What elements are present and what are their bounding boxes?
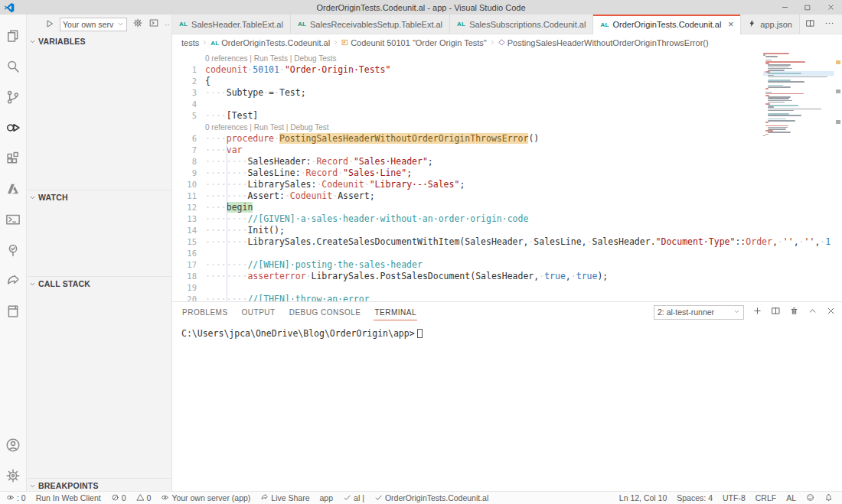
trash-icon[interactable] [789, 305, 799, 319]
line-number: 20 [172, 294, 197, 301]
debug-sidebar: Your own serv ·· VARIABLESWATCHCALL STAC… [27, 15, 172, 491]
split-icon[interactable] [771, 305, 781, 319]
debug-config-dropdown[interactable]: Your own serv [60, 18, 127, 31]
section-header[interactable]: WATCH [27, 190, 171, 204]
encoding[interactable]: UTF-8 [723, 493, 746, 502]
line-number: 11 [172, 190, 197, 202]
code-line-16: 16 [172, 248, 842, 259]
indent-guide [227, 145, 227, 301]
overview-ruler [835, 51, 842, 301]
warnings-count[interactable]: 0 [136, 493, 152, 503]
minimize-button[interactable] [773, 0, 796, 15]
panel-tab-terminal[interactable]: TERMINAL [374, 304, 417, 320]
breadcrumb-item[interactable]: Codeunit 50101 "Order Origin Tests" [341, 38, 487, 47]
vscode-window: OrderOriginTests.Codeunit.al - app - Vis… [0, 0, 842, 504]
run-debug-icon[interactable] [0, 112, 27, 143]
code-lens[interactable]: 0 references | Run Test | Debug Test [172, 122, 842, 133]
tab-salesheader-tableext-al[interactable]: ALSalesHeader.TableExt.al [172, 15, 291, 34]
live-share[interactable]: Live Share [260, 493, 309, 503]
minimap[interactable] [763, 53, 834, 143]
panel-tab-output[interactable]: OUTPUT [241, 304, 276, 320]
editor-tab-bar: ALSalesHeader.TableExt.alALSalesReceivab… [172, 15, 842, 34]
code-line-15: 15········LibrarySales.CreateSalesDocume… [172, 236, 842, 248]
run-in-web-client[interactable]: Run In Web Client [36, 493, 101, 502]
debug-toolbar: Your own serv ·· [27, 15, 171, 34]
breadcrumb-item[interactable]: PostingSalesHeaderWithoutOrderOriginThro… [498, 38, 709, 47]
tab-orderorigintests-codeunit-al[interactable]: ALOrderOriginTests.Codeunit.al× [593, 15, 741, 34]
check-icon [343, 493, 351, 503]
code-line-17: 17········//[WHEN]·posting·the·sales·hea… [172, 259, 842, 271]
plus-icon[interactable] [752, 305, 762, 319]
tab-salesreceivablessetup-tableext-al[interactable]: ALSalesReceivablesSetup.TableExt.al [291, 15, 450, 34]
code-editor[interactable]: 0 references | Run Tests | Debug Tests1c… [172, 51, 842, 301]
eol[interactable]: CRLF [756, 493, 776, 502]
notifications[interactable] [824, 493, 833, 503]
indentation[interactable]: Spaces: 4 [677, 493, 713, 502]
line-number: 6 [172, 133, 197, 145]
errors-count[interactable]: 0 [111, 493, 126, 503]
close-tab-icon[interactable]: × [728, 19, 733, 30]
breadcrumb-item[interactable]: tests [181, 38, 199, 47]
window-controls [773, 0, 842, 15]
settings-icon[interactable] [0, 460, 27, 491]
extensions-icon[interactable] [0, 143, 27, 174]
al-file-icon: AL [600, 21, 609, 28]
maximize-button[interactable] [796, 0, 819, 15]
line-number: 17 [172, 259, 197, 271]
line-number: 14 [172, 225, 197, 236]
live-share-icon[interactable] [0, 265, 27, 296]
code-line-3: 3····Subtype·=·Test; [172, 87, 842, 99]
search-icon[interactable] [0, 51, 27, 82]
circle-slash-icon [111, 493, 119, 503]
code-line-2: 2{ [172, 76, 842, 87]
tab-salessubscriptions-codeunit-al[interactable]: ALSalesSubscriptions.Codeunit.al [450, 15, 593, 34]
panel-tab-debug-console[interactable]: DEBUG CONSOLE [289, 304, 362, 320]
breadcrumb-item[interactable]: ALOrderOriginTests.Codeunit.al [210, 38, 330, 47]
gear-icon[interactable] [132, 18, 143, 31]
panel-tab-problems[interactable]: PROBLEMS [181, 304, 229, 320]
code-line-1: 1codeunit·50101·"Order·Origin·Tests" [172, 64, 842, 76]
close-button[interactable] [819, 0, 842, 15]
editor-more-actions-icon[interactable] [824, 18, 834, 31]
section-header[interactable]: VARIABLES [27, 34, 171, 48]
section-header[interactable]: CALL STACK [27, 277, 171, 291]
cursor-position[interactable]: Ln 12, Col 10 [619, 493, 667, 502]
line-number: 8 [172, 156, 197, 167]
chevron-down-icon [733, 307, 740, 317]
powershell-icon[interactable] [0, 204, 27, 235]
azure-icon[interactable] [0, 174, 27, 204]
language-mode[interactable]: AL [786, 493, 796, 502]
code-line-5: 5····[Test] [172, 110, 842, 122]
check-icon [374, 493, 383, 503]
active-file-status[interactable]: OrderOriginTests.Codeunit.al [374, 493, 488, 503]
close-icon[interactable] [826, 305, 836, 319]
source-control-icon[interactable] [0, 82, 27, 112]
debug-console-icon[interactable] [148, 18, 159, 31]
test-explorer-icon[interactable] [0, 235, 27, 265]
al-status[interactable]: al | [343, 493, 364, 503]
container-icon[interactable] [0, 296, 27, 327]
debug-icon [161, 493, 169, 503]
start-debug-button[interactable] [45, 18, 54, 31]
more-actions-icon[interactable]: ·· [165, 21, 170, 29]
feedback[interactable] [806, 493, 814, 503]
symbol-class-icon [341, 38, 348, 47]
code-line-8: 8········SalesHeader:·Record·"Sales·Head… [172, 156, 842, 167]
terminal-output[interactable]: C:\Users\jpca\OneDrive\Blog\OrderOrigin\… [172, 322, 842, 491]
workspace-name[interactable]: app [320, 493, 334, 502]
split-editor-icon[interactable] [805, 18, 815, 31]
launch-config[interactable]: Your own server (app) [161, 493, 250, 503]
debug-sessions-status[interactable]: : 0 [6, 493, 26, 503]
account-icon[interactable] [0, 430, 27, 460]
line-number: 2 [172, 76, 197, 87]
section-call-stack: CALL STACK [27, 276, 171, 478]
explorer-icon[interactable] [0, 21, 27, 51]
code-lens[interactable]: 0 references | Run Tests | Debug Tests [172, 53, 842, 64]
terminal-selector-dropdown[interactable]: 2: al-test-runner [654, 305, 744, 320]
chev-up-icon[interactable] [808, 305, 818, 319]
line-number: 7 [172, 145, 197, 156]
tab-app-json[interactable]: app.json [741, 15, 800, 34]
warning-icon [136, 493, 145, 503]
al-file-icon: AL [457, 21, 465, 28]
line-number: 15 [172, 236, 197, 248]
